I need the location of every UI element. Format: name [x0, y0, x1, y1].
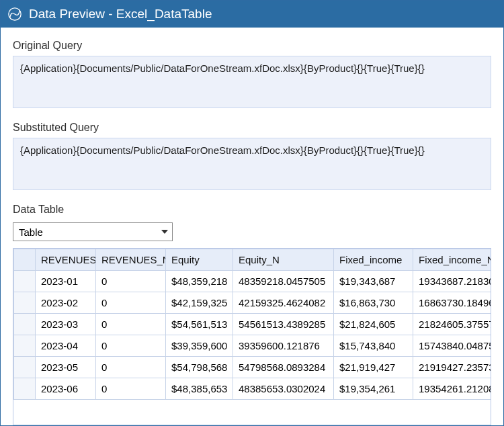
- table-row[interactable]: 2023-050$54,798,56854798568.0893284$21,9…: [14, 357, 492, 378]
- row-handle[interactable]: [14, 357, 36, 378]
- cell[interactable]: 2023-04: [36, 335, 96, 357]
- cell[interactable]: 21919427.2357313: [413, 357, 492, 378]
- row-handle[interactable]: [14, 335, 36, 357]
- window-title: Data Preview - Excel_DataTable: [29, 7, 212, 22]
- column-header[interactable]: Equity_N: [233, 249, 334, 271]
- table-row[interactable]: 2023-020$42,159,32542159325.4624082$16,8…: [14, 292, 492, 314]
- titlebar: Data Preview - Excel_DataTable: [1, 1, 503, 28]
- table-row[interactable]: 2023-030$54,561,51354561513.4389285$21,8…: [14, 314, 492, 335]
- original-query-label: Original Query: [13, 40, 491, 52]
- cell[interactable]: $54,561,513: [166, 314, 233, 335]
- column-header[interactable]: Fixed_income_N: [413, 249, 492, 271]
- column-header[interactable]: REVENUES_N: [96, 249, 166, 271]
- cell[interactable]: $19,343,687: [334, 271, 413, 292]
- cell[interactable]: 48385653.0302024: [233, 378, 334, 400]
- cell[interactable]: 2023-03: [36, 314, 96, 335]
- table-row[interactable]: 2023-010$48,359,21848359218.0457505$19,3…: [14, 271, 492, 292]
- table-row[interactable]: 2023-060$48,385,65348385653.0302024$19,3…: [14, 378, 492, 400]
- cell[interactable]: $19,354,261: [334, 378, 413, 400]
- cell[interactable]: 54798568.0893284: [233, 357, 334, 378]
- cell[interactable]: $15,743,840: [334, 335, 413, 357]
- table-view-select-value: Table: [19, 226, 43, 238]
- cell[interactable]: 42159325.4624082: [233, 292, 334, 314]
- cell[interactable]: 2023-06: [36, 378, 96, 400]
- cell[interactable]: $39,359,600: [166, 335, 233, 357]
- cell[interactable]: 0: [96, 357, 166, 378]
- cell[interactable]: 0: [96, 378, 166, 400]
- cell[interactable]: 48359218.0457505: [233, 271, 334, 292]
- cell[interactable]: 2023-02: [36, 292, 96, 314]
- cell[interactable]: 0: [96, 292, 166, 314]
- cell[interactable]: 21824605.3755714: [413, 314, 492, 335]
- cell[interactable]: 0: [96, 314, 166, 335]
- row-header-blank[interactable]: [14, 249, 36, 271]
- cell[interactable]: $48,385,653: [166, 378, 233, 400]
- original-query-textarea[interactable]: [13, 56, 491, 108]
- cell[interactable]: 54561513.4389285: [233, 314, 334, 335]
- cell[interactable]: $21,919,427: [334, 357, 413, 378]
- cell[interactable]: 16863730.1849633: [413, 292, 492, 314]
- cell[interactable]: 2023-05: [36, 357, 96, 378]
- cell[interactable]: $21,824,605: [334, 314, 413, 335]
- column-header[interactable]: REVENUES: [36, 249, 96, 271]
- cell[interactable]: 39359600.121876: [233, 335, 334, 357]
- column-header[interactable]: Fixed_income: [334, 249, 413, 271]
- table-view-select[interactable]: Table: [13, 222, 173, 241]
- cell[interactable]: 2023-01: [36, 271, 96, 292]
- data-table-grid[interactable]: REVENUES REVENUES_N Equity Equity_N Fixe…: [13, 248, 491, 425]
- row-handle[interactable]: [14, 271, 36, 292]
- cell[interactable]: 15743840.0487504: [413, 335, 492, 357]
- column-header[interactable]: Equity: [166, 249, 233, 271]
- row-handle[interactable]: [14, 292, 36, 314]
- chevron-down-icon: [161, 230, 168, 234]
- row-handle[interactable]: [14, 378, 36, 400]
- table-row[interactable]: 2023-040$39,359,60039359600.121876$15,74…: [14, 335, 492, 357]
- substituted-query-textarea[interactable]: [13, 138, 491, 190]
- substituted-query-label: Substituted Query: [13, 122, 491, 134]
- cell[interactable]: 0: [96, 271, 166, 292]
- cell[interactable]: $54,798,568: [166, 357, 233, 378]
- cell[interactable]: 19343687.2183002: [413, 271, 492, 292]
- cell[interactable]: 0: [96, 335, 166, 357]
- app-logo-icon: [7, 7, 22, 22]
- cell[interactable]: 19354261.2120809: [413, 378, 492, 400]
- cell[interactable]: $16,863,730: [334, 292, 413, 314]
- row-handle[interactable]: [14, 314, 36, 335]
- cell[interactable]: $48,359,218: [166, 271, 233, 292]
- cell[interactable]: $42,159,325: [166, 292, 233, 314]
- data-table-label: Data Table: [13, 204, 491, 216]
